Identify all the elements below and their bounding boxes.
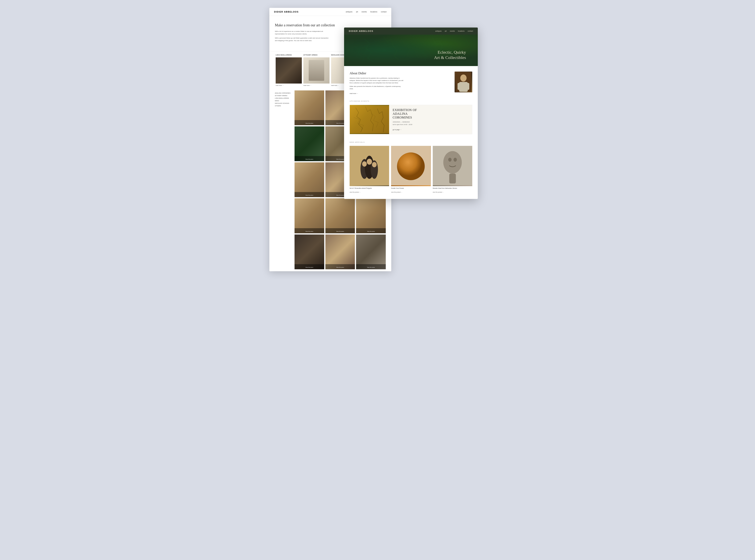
view-piece-label[interactable]: View this piece	[305, 231, 313, 232]
sidebar-item-3[interactable]: MAKO	[275, 100, 293, 101]
view-piece-label[interactable]: View this piece	[367, 267, 375, 268]
arrival-link-0[interactable]: view this product →	[350, 192, 361, 193]
svg-rect-5	[350, 106, 389, 133]
arrival-img-0	[350, 146, 389, 186]
svg-point-17	[448, 158, 452, 162]
art-grid-item: View this piece	[295, 91, 324, 125]
svg-point-1	[460, 75, 466, 82]
front-nav-art[interactable]: art	[445, 30, 447, 32]
art-grid-item: View this piece	[295, 235, 324, 269]
back-read-more-0[interactable]: read more →	[276, 85, 302, 86]
sidebar-item-4[interactable]: NIKOLAOS SCHIZAS	[275, 103, 293, 104]
back-hero-para1: With a lot of experience as a curator Di…	[275, 30, 330, 35]
front-nav: DIDIER ABBELOOS antiques art events loca…	[344, 27, 478, 35]
art-grid-item: View this piece	[295, 126, 324, 161]
svg-rect-19	[449, 173, 456, 183]
front-event-title: EXHIBITION OF ADALINA COROMINES	[393, 108, 469, 120]
sphere-svg	[391, 146, 431, 185]
arrival-item-2: Wooden Head from Kalimantan, Borneo view…	[433, 146, 472, 194]
view-piece-label[interactable]: View this piece	[305, 123, 313, 124]
back-artist-img-1	[303, 57, 330, 83]
person-photo-svg	[456, 72, 471, 92]
back-nav-events[interactable]: events	[362, 11, 367, 13]
back-nav-antiques[interactable]: antiques	[346, 11, 352, 13]
view-piece-label[interactable]: View this piece	[336, 123, 344, 124]
front-event-date: 15/04/2024 — 30/06/2024	[393, 121, 469, 123]
front-event-card: EXHIBITION OF ADALINA COROMINES 15/04/20…	[350, 105, 472, 134]
front-event-info: EXHIBITION OF ADALINA COROMINES 15/04/20…	[389, 105, 472, 134]
front-about-section: About Didier Abbeloos Didier transformed…	[344, 66, 478, 100]
sidebar-item-2[interactable]: LIDIA MASLLORENS	[275, 98, 293, 99]
svg-point-14	[397, 152, 425, 180]
back-logo: DIDIER ABBELOOS	[274, 11, 346, 13]
back-hero-para2: With a personal follow-up call Didier gu…	[275, 37, 330, 42]
sidebar-item-0[interactable]: ADALINA COROMINES	[275, 93, 293, 94]
view-piece-label[interactable]: View this piece	[336, 159, 344, 160]
scene: DIDIER ABBELOOS antiques art events loca…	[270, 8, 485, 185]
art-grid-item: View this piece	[325, 198, 355, 233]
art-grid-item: View this piece	[325, 235, 355, 269]
front-logo: DIDIER ABBELOOS	[349, 30, 435, 32]
svg-point-10	[362, 161, 367, 166]
head-svg	[433, 146, 472, 185]
front-events-section: UPCOMING EVENTS EXHIBITION OF A	[344, 100, 478, 138]
front-about-para1: Abbeloos Didier transformed his passion …	[350, 77, 405, 84]
front-about-read-more[interactable]: read more →	[350, 93, 358, 94]
back-nav-art[interactable]: art	[356, 11, 358, 13]
front-events-title: UPCOMING EVENTS	[350, 100, 472, 102]
front-nav-locations[interactable]: locations	[458, 30, 464, 32]
back-artist-img-0	[276, 57, 302, 83]
view-piece-label[interactable]: View this piece	[305, 267, 313, 268]
view-piece-label[interactable]: View this piece	[305, 195, 313, 196]
sidebar-item-1[interactable]: AYTHAMY ARMAS	[275, 95, 293, 96]
front-arrivals-grid: Set of 3 Terracotta colored Penguins vie…	[350, 146, 472, 194]
front-nav-events[interactable]: events	[450, 30, 455, 32]
front-hero: Eclectic, Quirky Art & Collectibles	[344, 35, 478, 66]
svg-point-12	[372, 162, 377, 167]
arrival-title-2: Wooden Head from Kalimantan, Borneo	[433, 187, 472, 189]
svg-rect-4	[466, 83, 469, 90]
arrival-img-2	[433, 146, 472, 186]
front-event-hours: we're open from 14:00 - 18:00	[393, 124, 469, 125]
front-nav-antiques[interactable]: antiques	[435, 30, 442, 32]
arrival-img-1	[391, 146, 431, 186]
svg-rect-3	[458, 83, 460, 90]
back-artist-name-0: LIDIA MASLLORENS	[276, 54, 302, 56]
front-arrivals-title: NEW ARRIVALS	[350, 141, 472, 143]
arrival-link-1[interactable]: view this product →	[391, 192, 402, 193]
front-nav-contact[interactable]: contact	[468, 30, 473, 32]
back-nav-contact[interactable]: contact	[381, 11, 386, 13]
arrival-item-0: Set of 3 Terracotta colored Penguins vie…	[350, 146, 389, 194]
view-piece-label[interactable]: View this piece	[305, 159, 313, 160]
front-window: DIDIER ABBELOOS antiques art events loca…	[344, 27, 478, 199]
back-nav: DIDIER ABBELOOS antiques art events loca…	[270, 8, 391, 16]
art-grid-item: View this piece	[295, 198, 324, 233]
back-artist-1: AYTHAMY ARMAS read more →	[303, 52, 330, 88]
front-event-link[interactable]: go to page →	[393, 129, 401, 131]
front-about-photo	[455, 72, 472, 93]
arrival-title-0: Set of 3 Terracotta colored Penguins	[350, 187, 389, 189]
back-sidebar: ADALINA COROMINES AYTHAMY ARMAS LIDIA MA…	[275, 91, 293, 269]
svg-point-16	[443, 151, 462, 173]
penguins-svg	[350, 146, 389, 185]
front-about-para2: Didier also presents the Artworks of Lid…	[350, 85, 405, 90]
art-grid-item: View this piece	[295, 162, 324, 197]
arrival-title-1: Double Coco Fesses	[391, 187, 431, 189]
event-crack-svg	[350, 105, 389, 134]
view-piece-label[interactable]: View this piece	[336, 195, 344, 196]
arrival-link-2[interactable]: view this product →	[433, 192, 444, 193]
sidebar-item-5[interactable]: OTHERS	[275, 105, 293, 106]
front-nav-links: antiques art events locations contact	[435, 30, 473, 32]
view-piece-label[interactable]: View this piece	[336, 231, 344, 232]
svg-point-11	[367, 159, 372, 164]
view-piece-label[interactable]: View this piece	[336, 267, 344, 268]
back-nav-links: antiques art events locations contact	[346, 11, 386, 13]
svg-rect-2	[459, 82, 468, 92]
back-read-more-1[interactable]: read more →	[303, 85, 330, 86]
svg-point-18	[453, 158, 457, 162]
view-piece-label[interactable]: View this piece	[367, 231, 375, 232]
back-nav-locations[interactable]: locations	[370, 11, 377, 13]
arrival-item-1: Double Coco Fesses view this product →	[391, 146, 431, 194]
back-hero-title: Make a reservation from our art collecti…	[275, 23, 386, 27]
art-grid-item: View this piece	[356, 198, 386, 233]
